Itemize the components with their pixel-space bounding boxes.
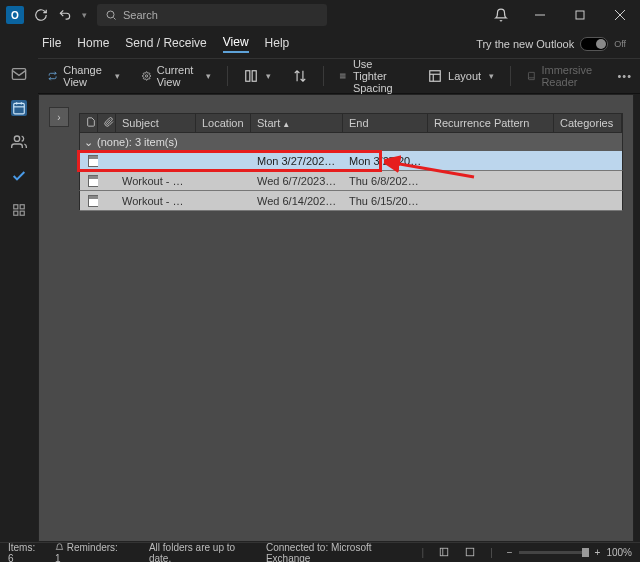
view-reading-icon[interactable] <box>464 547 476 559</box>
svg-rect-26 <box>440 548 448 556</box>
change-view-icon <box>48 69 57 83</box>
col-location[interactable]: Location <box>196 114 251 132</box>
col-icon[interactable] <box>80 114 98 132</box>
gear-icon <box>142 69 151 83</box>
menu-file[interactable]: File <box>42 36 61 52</box>
svg-rect-24 <box>14 211 18 215</box>
calendar-rail-icon[interactable] <box>11 100 27 116</box>
appointment-icon <box>88 195 98 207</box>
col-subject[interactable]: Subject <box>116 114 196 132</box>
table-row[interactable]: Mon 3/27/2023 8… Mon 3/27/2023 … <box>79 151 623 171</box>
bell-icon[interactable] <box>494 8 508 22</box>
change-view-button[interactable]: Change View▾ <box>42 60 126 92</box>
col-attachment[interactable] <box>98 114 116 132</box>
sort-asc-icon: ▲ <box>282 120 290 129</box>
appointment-icon <box>88 155 98 167</box>
zoom-value: 100% <box>606 547 632 558</box>
chevron-down-icon: ⌄ <box>84 136 93 149</box>
toggle-state: Off <box>614 39 626 49</box>
col-end[interactable]: End <box>343 114 428 132</box>
grid-header: Subject Location Start▲ End Recurrence P… <box>79 113 623 133</box>
try-new-outlook-toggle[interactable] <box>580 37 608 51</box>
svg-rect-28 <box>466 548 474 556</box>
svg-rect-8 <box>252 71 256 82</box>
svg-point-6 <box>145 75 147 77</box>
spacing-icon <box>339 69 347 83</box>
col-categories[interactable]: Categories <box>554 114 622 132</box>
content-area: › Subject Location Start▲ End Recurrence… <box>38 94 634 542</box>
view-normal-icon[interactable] <box>438 547 450 559</box>
todo-rail-icon[interactable] <box>11 168 27 184</box>
status-bar: Items: 6 Reminders: 1 All folders are up… <box>0 542 640 562</box>
zoom-out-icon[interactable]: − <box>507 547 513 558</box>
maximize-button[interactable] <box>560 0 600 30</box>
svg-rect-23 <box>20 211 24 215</box>
search-icon <box>105 9 117 21</box>
apps-rail-icon[interactable] <box>11 202 27 218</box>
window-controls <box>520 0 640 30</box>
svg-rect-21 <box>14 205 18 209</box>
sort-icon <box>293 69 307 83</box>
minimize-button[interactable] <box>520 0 560 30</box>
try-new-outlook-label: Try the new Outlook <box>476 38 574 50</box>
menu-view[interactable]: View <box>223 35 249 53</box>
svg-point-0 <box>107 11 114 18</box>
zoom-slider[interactable] <box>519 551 589 554</box>
left-rail <box>0 28 38 542</box>
menu-send-receive[interactable]: Send / Receive <box>125 36 206 52</box>
svg-rect-22 <box>20 205 24 209</box>
svg-rect-12 <box>430 71 441 82</box>
undo-icon[interactable] <box>58 8 72 22</box>
status-folders: All folders are up to date. <box>149 542 252 563</box>
menu-home[interactable]: Home <box>77 36 109 52</box>
items-grid: Subject Location Start▲ End Recurrence P… <box>79 113 623 211</box>
group-header-row[interactable]: ⌄ (none): 3 item(s) <box>79 133 623 151</box>
status-reminders[interactable]: Reminders: 1 <box>55 542 121 563</box>
ribbon-overflow[interactable]: ••• <box>617 70 632 82</box>
expand-pane-button[interactable]: › <box>49 107 69 127</box>
people-rail-icon[interactable] <box>11 134 27 150</box>
reader-icon <box>527 69 536 83</box>
zoom-control[interactable]: − + 100% <box>507 547 632 558</box>
outlook-logo: O <box>6 6 24 24</box>
search-placeholder: Search <box>123 9 158 21</box>
chevron-down-icon[interactable]: ▾ <box>82 10 87 20</box>
svg-line-1 <box>114 18 116 20</box>
status-items: Items: 6 <box>8 542 41 563</box>
appointment-icon <box>88 175 98 187</box>
columns-button[interactable]: ▾ <box>238 65 277 87</box>
sort-button[interactable] <box>287 65 313 87</box>
close-button[interactable] <box>600 0 640 30</box>
current-view-button[interactable]: Current View▾ <box>136 60 218 92</box>
layout-button[interactable]: Layout▾ <box>422 65 500 87</box>
status-connected: Connected to: Microsoft Exchange <box>266 542 408 563</box>
layout-icon <box>428 69 442 83</box>
col-start[interactable]: Start▲ <box>251 114 343 132</box>
columns-icon <box>244 69 258 83</box>
menu-bar: File Home Send / Receive View Help Try t… <box>0 30 640 58</box>
ribbon: Change View▾ Current View▾ ▾ Use Tighter… <box>0 58 640 94</box>
tighter-spacing-button[interactable]: Use Tighter Spacing <box>333 54 412 98</box>
svg-rect-16 <box>14 103 25 114</box>
menu-help[interactable]: Help <box>265 36 290 52</box>
title-bar: O ▾ Search <box>0 0 640 30</box>
bell-icon <box>55 543 64 552</box>
zoom-in-icon[interactable]: + <box>595 547 601 558</box>
svg-point-20 <box>14 136 19 141</box>
svg-rect-3 <box>576 11 584 19</box>
svg-rect-15 <box>12 69 25 80</box>
table-row[interactable]: Workout - Back & tri… Wed 6/7/2023 12:… … <box>79 171 623 191</box>
svg-rect-7 <box>246 71 250 82</box>
sync-icon[interactable] <box>34 8 48 22</box>
table-row[interactable]: Workout - Back & tri… Wed 6/14/2023 1… T… <box>79 191 623 211</box>
mail-rail-icon[interactable] <box>11 66 27 82</box>
search-box[interactable]: Search <box>97 4 327 26</box>
col-recurrence[interactable]: Recurrence Pattern <box>428 114 554 132</box>
immersive-reader-button: Immersive Reader <box>521 60 604 92</box>
